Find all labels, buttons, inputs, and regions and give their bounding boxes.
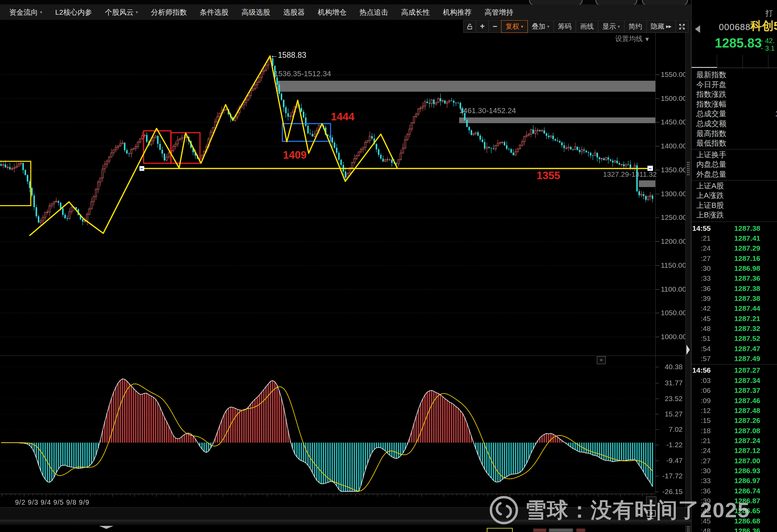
peak-annotation: ←1588.83 [270,51,306,60]
indicator-axis-label: 40.38 [658,363,683,371]
candlestick-chart[interactable] [0,0,691,532]
quote-panel: 打 000688 科创5 1285.83 - 42.- 3.1 最新指数 今日开… [691,0,777,532]
indicator-axis: 40.3831.7723.5215.277.02-1.22-9.47-17.72… [658,0,685,532]
tick-list: 14:551287.38 :211287.41 :241287.29 :2712… [692,223,777,532]
indicator-axis-label: 15.27 [658,410,683,418]
tick-row: :571287.49 [692,354,777,363]
zoom-in-button[interactable]: + [476,20,489,33]
indicator-axis-label: -1.22 [658,441,683,449]
tick-row: 14:551287.38 [692,223,777,233]
stock-name: 科创5 [750,18,777,34]
fullscreen-icon[interactable] [675,20,688,33]
menu-item[interactable]: 条件选股 [193,8,235,17]
tick-row: :091287.46 [692,396,777,405]
indicator-axis-label: 31.77 [658,379,683,387]
chevron-down-icon: ▾ [136,10,138,15]
trading-app-window: 资金流向 ▾ L2核心内参 个股风云 ▾ 分析师指数 条件选股 高级选股 选股器… [0,0,777,532]
menu-item[interactable]: 热点追击 [353,8,394,17]
last-price: 1285.83 [715,36,762,51]
zoom-out-button[interactable]: − [488,20,501,33]
draw-line-button[interactable]: 画线 [576,20,598,33]
adjust-price-button[interactable]: 复权▾ [501,20,528,33]
quote-field-row: 总成交额 [692,119,777,129]
partial-bottom-button[interactable] [487,528,513,532]
quote-field-row: 上证A股 [692,181,777,191]
tick-row: :391287.38 [692,293,777,303]
quote-field-row: 上证B股 [692,201,777,211]
top-strip [0,0,777,4]
lock-icon[interactable] [463,20,476,33]
tick-row: :481286.36 [692,526,777,532]
left-arrow-icon: ← [270,51,278,59]
panel-tab[interactable] [743,55,768,68]
indicator-axis-label: 7.02 [658,425,683,434]
indicator-toolbar: × [576,356,606,364]
quote-field-row: 指数涨跌 [692,90,777,99]
tick-row: :031287.34 [692,375,777,385]
back-arrow-icon[interactable] [695,25,700,33]
quote-field-row: 今日开盘 [692,80,777,90]
splitter-grip[interactable] [687,526,690,531]
menu-item[interactable]: 高级选股 [235,8,277,17]
chevron-down-icon: ▾ [645,35,649,43]
tick-row: :511287.52 [692,334,777,344]
chip-distribution-button[interactable]: 筹码 [553,20,576,33]
overlay-button[interactable]: 叠加▾ [527,20,554,33]
quote-field-row: 外盘总量 [692,170,777,179]
tick-row: :361287.38 [692,283,777,293]
menu-item[interactable]: 选股器 [277,8,311,17]
chevron-down-icon: ▾ [618,21,620,32]
date-labels: 9/2 9/3 9/4 9/5 9/8 9/9 [15,498,90,506]
double-right-icon: ▶▶ [666,21,671,32]
close-icon[interactable]: × [597,356,606,364]
splitter-grip[interactable] [687,161,690,176]
tick-row: :331287.36 [692,274,777,283]
level-1444-label: 1444 [331,111,354,123]
main-menu: 资金流向 ▾ L2核心内参 个股风云 ▾ 分析师指数 条件选股 高级选股 选股器… [0,4,691,20]
display-button[interactable]: 显示▾ [598,20,625,33]
tick-row: 14:561287.27 [692,365,777,375]
menu-item[interactable]: 个股风云 ▾ [98,8,145,17]
panel-collapse-handle[interactable] [99,526,113,529]
menu-item[interactable]: 资金流向 ▾ [3,8,49,17]
chevron-down-icon: ▾ [547,21,550,32]
lower-zone-label: 1461.30-1452.24 [459,106,516,115]
quote-field-row: 指数涨幅 [692,99,777,109]
expand-panel-arrow-icon[interactable] [686,345,690,355]
tick-row: :421287.44 [692,304,777,314]
divider [692,180,777,181]
menu-item[interactable]: 高成长性 [394,8,436,17]
tick-row: :301286.93 [692,466,777,476]
panel-tab[interactable] [692,55,717,68]
ma-settings-button[interactable]: 设置均线 ▾ [615,34,649,43]
price-change: - 42.- 3.1 [761,37,775,52]
simple-mode-button[interactable]: 简约 [624,20,647,33]
menu-item[interactable]: L2核心内参 [49,8,98,17]
divider [692,149,777,149]
quote-field-row: 最高指数 [692,129,777,139]
axis-splitter[interactable] [685,0,691,532]
tick-row: :211287.41 [692,233,777,243]
hide-button[interactable]: 隐藏▶▶ [646,20,676,33]
tick-row: :271287.16 [692,253,777,263]
quote-field-row: 上证换手 [692,150,777,160]
divider [692,364,777,365]
menu-item[interactable]: 机构增仓 [311,8,353,17]
menu-item[interactable]: 机构推荐 [436,8,478,17]
indicator-axis-label: -9.47 [658,456,683,465]
menu-item[interactable]: 高管增持 [478,8,520,17]
xueqiu-logo-icon [488,494,520,526]
quote-panel-tabs [692,55,777,68]
chart-toolbar: + − 复权▾ 叠加▾ 筹码 画线 显示▾ 简约 隐藏▶▶ [464,20,688,33]
tick-row: :541287.47 [692,344,777,354]
menu-item[interactable]: 分析师指数 [144,8,193,17]
tick-row: :331286.97 [692,476,777,486]
level-1409-label: 1409 [283,149,307,161]
tick-row: :241287.29 [692,243,777,253]
quote-field-row: 最新指数 [692,70,777,80]
panel-tab[interactable] [717,55,743,68]
partial-bottom-text [549,529,573,532]
upper-zone-label: 1536.35-1512.34 [274,69,331,78]
panel-tab[interactable] [768,55,777,68]
tick-row: :151287.26 [692,416,777,426]
